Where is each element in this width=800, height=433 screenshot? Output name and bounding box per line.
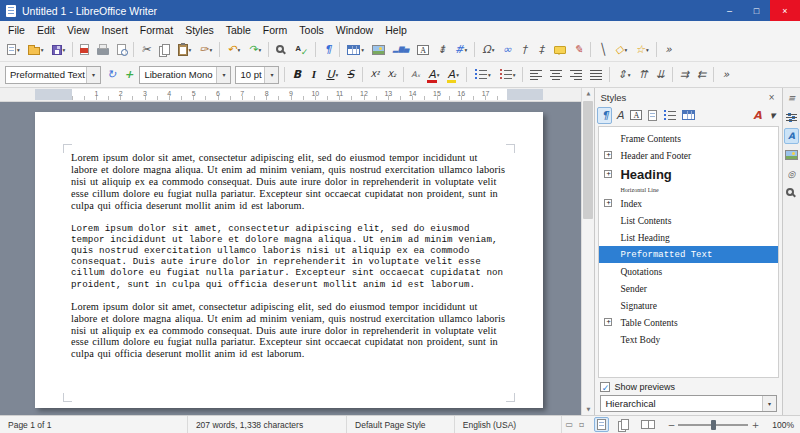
frame-styles-button[interactable]	[627, 107, 645, 124]
new-document-dropdown-caret[interactable]: ▾	[17, 47, 20, 53]
style-item-sender[interactable]: Sender	[599, 280, 778, 297]
list-styles-button[interactable]	[660, 107, 679, 124]
insert-hyperlink-button[interactable]: ∞	[500, 40, 515, 59]
maximize-button[interactable]: □	[743, 0, 770, 21]
print-button[interactable]	[94, 40, 112, 59]
insert-page-break-button[interactable]: ⇟	[434, 40, 449, 59]
insert-image-button[interactable]	[369, 40, 388, 59]
sidebar-tab-navigator[interactable]: ◎	[784, 166, 799, 182]
redo-dropdown-caret[interactable]: ▾	[258, 47, 261, 53]
ordered-list-button[interactable]: ▾	[496, 65, 519, 84]
style-item-index[interactable]: +Index	[599, 195, 778, 212]
undo-button[interactable]: ↶▾	[224, 40, 243, 59]
underline-button[interactable]: U▾	[323, 65, 341, 84]
toolbar-overflow-button[interactable]: »	[661, 40, 676, 59]
paragraph-style-combo[interactable]: Preformatted Text▾	[5, 66, 101, 84]
paragraph-3[interactable]: Lorem ipsum dolor sit amet, consectetur …	[71, 301, 507, 361]
highlight-color-dropdown-caret[interactable]: ▾	[456, 72, 459, 78]
symbol-shapes-dropdown-caret[interactable]: ▾	[646, 47, 649, 53]
page-styles-button[interactable]	[645, 107, 660, 124]
close-button[interactable]: ×	[770, 0, 800, 21]
style-item-header-and-footer[interactable]: +Header and Footer	[599, 147, 778, 164]
justify-button[interactable]	[587, 65, 605, 84]
align-left-button[interactable]	[527, 65, 545, 84]
insert-field-button[interactable]: #▾	[451, 40, 470, 59]
style-item-horizontal-line[interactable]: Horizontal Line	[599, 185, 778, 195]
unordered-list-dropdown-caret[interactable]: ▾	[488, 72, 491, 78]
basic-shapes-button[interactable]: ◇▾	[612, 40, 630, 59]
insert-line-button[interactable]: ╲	[595, 40, 610, 59]
bold-button[interactable]: B	[289, 65, 304, 84]
clone-formatting-dropdown-caret[interactable]: ▾	[210, 47, 213, 53]
ruler-right-margin[interactable]	[507, 89, 543, 100]
zoom-thumb[interactable]	[711, 420, 716, 430]
new-document-button[interactable]: ▾	[4, 40, 23, 59]
paragraph-style-combo-dropdown-button[interactable]: ▾	[86, 67, 100, 83]
spelling-button[interactable]	[292, 40, 311, 59]
zoom-track[interactable]	[678, 424, 748, 426]
font-color-button[interactable]: A▾	[425, 65, 442, 84]
menu-insert[interactable]: Insert	[96, 23, 134, 37]
menu-styles[interactable]: Styles	[179, 23, 220, 37]
insert-endnote-button[interactable]: ‡	[534, 40, 549, 59]
language-status[interactable]: English (USA)	[455, 416, 563, 433]
zoom-slider[interactable]: − +	[667, 420, 759, 430]
sidebar-tab-sidebar-settings[interactable]: ≡	[784, 90, 799, 106]
increase-paragraph-spacing-button[interactable]: ⇈	[635, 65, 650, 84]
save-dropdown-caret[interactable]: ▾	[63, 47, 66, 53]
document-page[interactable]: Lorem ipsum dolor sit amet, consectetur …	[35, 112, 543, 408]
paste-dropdown-caret[interactable]: ▾	[189, 47, 192, 53]
chevron-down-icon[interactable]: ▾	[762, 396, 776, 411]
menu-window[interactable]: Window	[330, 23, 379, 37]
menu-file[interactable]: File	[2, 23, 31, 37]
ruler-left-margin[interactable]	[35, 89, 72, 100]
save-button[interactable]: ▾	[49, 40, 69, 59]
paragraph-2[interactable]: Lorem ipsum dolor sit amet, consectetur …	[71, 223, 507, 290]
insert-special-character-button[interactable]: Ω▾	[479, 40, 497, 59]
line-spacing-dropdown-caret[interactable]: ▾	[628, 72, 631, 78]
style-filter-select[interactable]: Hierarchical ▾	[600, 395, 777, 412]
undo-dropdown-caret[interactable]: ▾	[237, 47, 240, 53]
line-spacing-button[interactable]: ⇕▾	[614, 65, 633, 84]
toolbar-overflow-button[interactable]: »	[718, 65, 733, 84]
copy-button[interactable]	[156, 40, 173, 59]
expand-icon[interactable]: +	[604, 170, 612, 178]
insert-special-character-dropdown-caret[interactable]: ▾	[492, 47, 495, 53]
insert-table-button[interactable]: ▾	[344, 40, 367, 59]
insert-field-dropdown-caret[interactable]: ▾	[465, 47, 468, 53]
increase-indent-button[interactable]: ⇉	[677, 65, 692, 84]
style-item-signature[interactable]: Signature	[599, 297, 778, 314]
zoom-out-icon[interactable]: −	[667, 420, 675, 430]
paste-button[interactable]: ▾	[175, 40, 195, 59]
zoom-level[interactable]: 100%	[763, 420, 800, 430]
styles-action-menu-button[interactable]: ▾	[765, 107, 780, 124]
insert-comment-button[interactable]	[551, 40, 569, 59]
scroll-up-arrow-icon[interactable]: ▲	[582, 88, 594, 99]
strikethrough-button[interactable]: S	[343, 65, 358, 84]
subscript-button[interactable]: X₂	[384, 65, 399, 84]
highlight-color-button[interactable]: A▾	[445, 65, 462, 84]
sidebar-tab-gallery[interactable]	[784, 147, 799, 163]
style-item-heading[interactable]: +Heading	[599, 164, 778, 185]
redo-button[interactable]: ↷▾	[245, 40, 264, 59]
style-item-preformatted-text[interactable]: Preformatted Text	[599, 246, 778, 263]
scrollbar-thumb[interactable]	[583, 101, 593, 219]
unordered-list-button[interactable]: ▾	[471, 65, 494, 84]
formatting-marks-button[interactable]: ¶	[320, 40, 335, 59]
menu-view[interactable]: View	[61, 23, 96, 37]
decrease-paragraph-spacing-button[interactable]: ⇊	[653, 65, 668, 84]
open-file-button[interactable]: ▾	[25, 40, 47, 59]
menu-tools[interactable]: Tools	[293, 23, 330, 37]
page-style-status[interactable]: Default Page Style	[347, 416, 455, 433]
scroll-down-arrow-icon[interactable]: ▼	[582, 404, 594, 415]
minimize-button[interactable]: –	[716, 0, 743, 21]
symbol-shapes-button[interactable]: ☆▾	[632, 40, 652, 59]
font-name-combo[interactable]: Liberation Mono▾	[139, 66, 231, 84]
zoom-in-icon[interactable]: +	[751, 420, 759, 430]
underline-dropdown-caret[interactable]: ▾	[336, 72, 339, 78]
style-item-frame-contents[interactable]: Frame Contents	[599, 130, 778, 147]
print-preview-button[interactable]	[114, 40, 129, 59]
font-size-combo[interactable]: 10 pt▾	[235, 66, 279, 84]
single-page-view-button[interactable]	[594, 417, 609, 432]
paragraph-1[interactable]: Lorem ipsum dolor sit amet, consectetur …	[71, 152, 507, 212]
